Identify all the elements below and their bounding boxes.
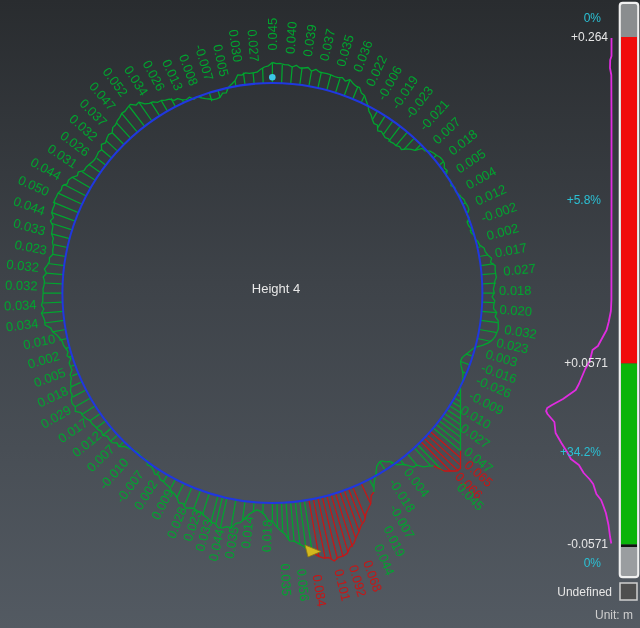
svg-text:0.035: 0.035 — [278, 563, 295, 596]
svg-text:0.027: 0.027 — [503, 261, 537, 279]
svg-text:0.056: 0.056 — [294, 568, 312, 602]
svg-text:0.023: 0.023 — [13, 237, 48, 258]
svg-text:0.032: 0.032 — [5, 278, 38, 294]
svg-text:0%: 0% — [584, 11, 602, 25]
svg-text:0.033: 0.033 — [12, 216, 47, 239]
svg-text:0.017: 0.017 — [494, 240, 529, 261]
svg-text:0.018: 0.018 — [499, 283, 532, 298]
svg-text:0.020: 0.020 — [499, 302, 533, 319]
svg-text:0.034: 0.034 — [4, 297, 37, 314]
svg-text:-0.0571: -0.0571 — [567, 537, 608, 551]
svg-text:Unit: m: Unit: m — [595, 608, 633, 622]
svg-text:0.014: 0.014 — [238, 515, 256, 549]
svg-text:0.040: 0.040 — [282, 21, 299, 55]
svg-text:0.045: 0.045 — [265, 18, 280, 51]
svg-text:+0.0571: +0.0571 — [564, 356, 608, 370]
svg-text:0.039: 0.039 — [300, 23, 320, 57]
svg-text:0%: 0% — [584, 556, 602, 570]
svg-text:0.084: 0.084 — [310, 573, 330, 607]
svg-text:+0.264: +0.264 — [571, 30, 608, 44]
svg-text:0.002: 0.002 — [485, 220, 520, 243]
svg-text:+5.8%: +5.8% — [567, 193, 602, 207]
svg-text:Height 4: Height 4 — [252, 281, 300, 296]
svg-text:+34.2%: +34.2% — [560, 445, 601, 459]
svg-text:Undefined: Undefined — [557, 585, 612, 599]
svg-text:0.027: 0.027 — [245, 29, 262, 63]
svg-text:0.032: 0.032 — [6, 257, 40, 275]
svg-text:0.034: 0.034 — [5, 316, 39, 335]
svg-text:0.018: 0.018 — [259, 519, 275, 552]
